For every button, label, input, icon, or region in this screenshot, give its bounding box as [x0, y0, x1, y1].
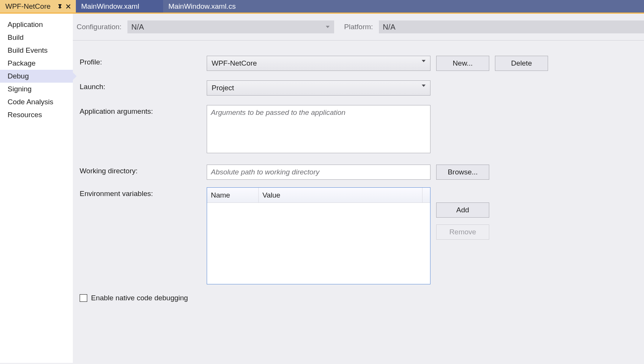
profile-value: WPF-NetCore: [212, 59, 257, 67]
environment-variables-table[interactable]: Name Value: [207, 187, 430, 284]
new-profile-button[interactable]: New...: [436, 56, 489, 71]
args-label: Application arguments:: [80, 105, 201, 116]
platform-value: N/A: [383, 23, 395, 31]
tab-label: WPF-NetCore: [5, 2, 54, 11]
browse-button[interactable]: Browse...: [436, 165, 489, 180]
button-label: Remove: [449, 228, 476, 236]
application-arguments-input[interactable]: [207, 105, 430, 153]
sidebar-item-label: Resources: [8, 111, 42, 119]
configuration-select[interactable]: N/A: [127, 20, 334, 33]
project-properties-sidebar: Application Build Build Events Package D…: [0, 14, 73, 363]
button-label: Add: [456, 206, 469, 214]
sidebar-item-debug[interactable]: Debug: [0, 70, 73, 83]
env-label: Environment variables:: [80, 187, 201, 198]
sidebar-item-label: Signing: [8, 85, 31, 93]
configuration-label: Configuration:: [77, 23, 121, 31]
native-debug-row[interactable]: Enable native code debugging: [80, 294, 644, 302]
tab-mainwindow-xaml-cs[interactable]: MainWindow.xaml.cs: [163, 0, 273, 13]
sidebar-item-code-analysis[interactable]: Code Analysis: [0, 96, 73, 108]
working-directory-input[interactable]: [207, 165, 430, 180]
chevron-down-icon: [422, 60, 426, 62]
env-table-header: Name Value: [207, 188, 430, 203]
launch-dropdown[interactable]: Project: [207, 80, 430, 96]
pin-icon[interactable]: [58, 2, 62, 11]
profile-row: Profile: WPF-NetCore New... Delete: [80, 56, 644, 71]
profile-label: Profile:: [80, 56, 201, 66]
sidebar-item-label: Debug: [8, 72, 29, 80]
native-debug-checkbox[interactable]: [80, 294, 87, 302]
launch-label: Launch:: [80, 80, 201, 91]
add-env-button[interactable]: Add: [436, 202, 489, 218]
sidebar-item-label: Code Analysis: [8, 98, 53, 106]
debug-form: Profile: WPF-NetCore New... Delete Launc…: [73, 56, 644, 302]
sidebar-item-label: Application: [8, 20, 43, 28]
launch-row: Launch: Project: [80, 80, 644, 96]
native-debug-label: Enable native code debugging: [91, 294, 188, 302]
sidebar-item-resources[interactable]: Resources: [0, 108, 73, 121]
tab-project-properties[interactable]: WPF-NetCore: [0, 0, 76, 13]
sidebar-item-label: Build Events: [8, 46, 48, 54]
sidebar-item-build[interactable]: Build: [0, 31, 73, 44]
workdir-row: Working directory: Browse...: [80, 165, 644, 180]
tab-label: MainWindow.xaml: [81, 2, 158, 11]
env-col-name[interactable]: Name: [207, 188, 259, 202]
button-label: Delete: [511, 59, 532, 67]
sidebar-item-build-events[interactable]: Build Events: [0, 44, 73, 57]
button-label: Browse...: [448, 168, 478, 176]
remove-env-button: Remove: [436, 224, 489, 240]
sidebar-item-signing[interactable]: Signing: [0, 83, 73, 96]
configuration-bar: Configuration: N/A Platform: N/A: [73, 20, 644, 41]
env-buttons: Add Remove: [436, 187, 489, 240]
profile-dropdown[interactable]: WPF-NetCore: [207, 56, 430, 71]
configuration-value: N/A: [131, 23, 144, 31]
chevron-down-icon: [422, 85, 426, 87]
tab-strip: WPF-NetCore MainWindow.xaml MainWindow.x…: [0, 0, 644, 14]
tab-label: MainWindow.xaml.cs: [168, 2, 268, 11]
tab-mainwindow-xaml[interactable]: MainWindow.xaml: [76, 0, 163, 13]
workspace: Application Build Build Events Package D…: [0, 14, 644, 363]
sidebar-item-label: Build: [8, 33, 24, 41]
env-col-value[interactable]: Value: [259, 188, 423, 202]
sidebar-item-application[interactable]: Application: [0, 18, 73, 31]
sidebar-item-package[interactable]: Package: [0, 57, 73, 70]
env-col-scroll: [423, 188, 430, 202]
launch-value: Project: [212, 84, 234, 92]
debug-settings-panel: Configuration: N/A Platform: N/A Profile…: [73, 14, 644, 363]
platform-select[interactable]: N/A: [379, 20, 644, 33]
button-label: New...: [453, 59, 473, 67]
workdir-label: Working directory:: [80, 165, 201, 175]
delete-profile-button[interactable]: Delete: [495, 56, 548, 71]
sidebar-item-label: Package: [8, 59, 36, 67]
env-row: Environment variables: Name Value Add Re…: [80, 187, 644, 284]
close-icon[interactable]: [66, 2, 71, 11]
args-row: Application arguments:: [80, 105, 644, 153]
chevron-down-icon: [326, 26, 330, 28]
platform-label: Platform:: [344, 23, 373, 31]
